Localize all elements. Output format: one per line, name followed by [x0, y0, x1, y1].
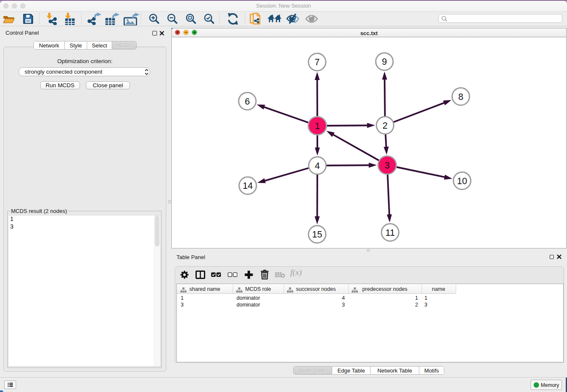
svg-text:10: 10 [457, 176, 467, 186]
svg-text:2: 2 [383, 121, 388, 131]
svg-text:1: 1 [315, 121, 320, 131]
svg-text:9: 9 [382, 57, 387, 67]
svg-text:3: 3 [385, 160, 390, 171]
svg-text:7: 7 [315, 57, 320, 67]
svg-text:4: 4 [315, 161, 320, 171]
svg-text:14: 14 [243, 181, 253, 191]
svg-text:8: 8 [458, 92, 463, 102]
svg-text:11: 11 [385, 228, 395, 238]
svg-text:15: 15 [312, 229, 322, 240]
svg-text:6: 6 [245, 97, 250, 107]
